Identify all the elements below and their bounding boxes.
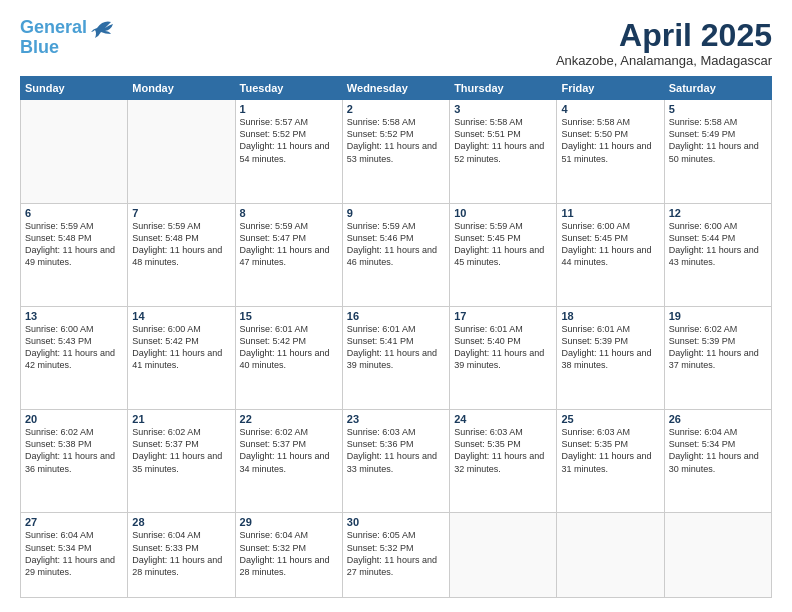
week-row-2: 6Sunrise: 5:59 AM Sunset: 5:48 PM Daylig…: [21, 203, 772, 306]
day-number: 3: [454, 103, 552, 115]
day-number: 12: [669, 207, 767, 219]
day-cell-5: 5Sunrise: 5:58 AM Sunset: 5:49 PM Daylig…: [664, 100, 771, 203]
col-header-friday: Friday: [557, 77, 664, 100]
day-info: Sunrise: 6:04 AM Sunset: 5:33 PM Dayligh…: [132, 529, 230, 578]
day-cell-2: 2Sunrise: 5:58 AM Sunset: 5:52 PM Daylig…: [342, 100, 449, 203]
day-cell-15: 15Sunrise: 6:01 AM Sunset: 5:42 PM Dayli…: [235, 306, 342, 409]
day-info: Sunrise: 6:01 AM Sunset: 5:41 PM Dayligh…: [347, 323, 445, 372]
day-cell-16: 16Sunrise: 6:01 AM Sunset: 5:41 PM Dayli…: [342, 306, 449, 409]
day-cell-11: 11Sunrise: 6:00 AM Sunset: 5:45 PM Dayli…: [557, 203, 664, 306]
day-number: 6: [25, 207, 123, 219]
day-info: Sunrise: 6:03 AM Sunset: 5:35 PM Dayligh…: [454, 426, 552, 475]
day-number: 4: [561, 103, 659, 115]
week-row-3: 13Sunrise: 6:00 AM Sunset: 5:43 PM Dayli…: [21, 306, 772, 409]
empty-cell: [450, 513, 557, 598]
day-info: Sunrise: 5:59 AM Sunset: 5:47 PM Dayligh…: [240, 220, 338, 269]
day-cell-14: 14Sunrise: 6:00 AM Sunset: 5:42 PM Dayli…: [128, 306, 235, 409]
day-cell-18: 18Sunrise: 6:01 AM Sunset: 5:39 PM Dayli…: [557, 306, 664, 409]
day-cell-28: 28Sunrise: 6:04 AM Sunset: 5:33 PM Dayli…: [128, 513, 235, 598]
day-number: 14: [132, 310, 230, 322]
day-number: 26: [669, 413, 767, 425]
day-number: 1: [240, 103, 338, 115]
month-title: April 2025: [556, 18, 772, 53]
day-info: Sunrise: 6:05 AM Sunset: 5:32 PM Dayligh…: [347, 529, 445, 578]
day-info: Sunrise: 5:57 AM Sunset: 5:52 PM Dayligh…: [240, 116, 338, 165]
day-number: 11: [561, 207, 659, 219]
location-subtitle: Ankazobe, Analamanga, Madagascar: [556, 53, 772, 68]
day-number: 8: [240, 207, 338, 219]
day-info: Sunrise: 5:59 AM Sunset: 5:46 PM Dayligh…: [347, 220, 445, 269]
col-header-sunday: Sunday: [21, 77, 128, 100]
day-number: 5: [669, 103, 767, 115]
empty-cell: [128, 100, 235, 203]
week-row-4: 20Sunrise: 6:02 AM Sunset: 5:38 PM Dayli…: [21, 410, 772, 513]
day-cell-3: 3Sunrise: 5:58 AM Sunset: 5:51 PM Daylig…: [450, 100, 557, 203]
day-number: 18: [561, 310, 659, 322]
day-number: 15: [240, 310, 338, 322]
day-cell-21: 21Sunrise: 6:02 AM Sunset: 5:37 PM Dayli…: [128, 410, 235, 513]
title-block: April 2025 Ankazobe, Analamanga, Madagas…: [556, 18, 772, 68]
day-number: 27: [25, 516, 123, 528]
day-number: 21: [132, 413, 230, 425]
calendar-table: SundayMondayTuesdayWednesdayThursdayFrid…: [20, 76, 772, 598]
col-header-wednesday: Wednesday: [342, 77, 449, 100]
header: General Blue April 2025 Ankazobe, Analam…: [20, 18, 772, 68]
day-cell-20: 20Sunrise: 6:02 AM Sunset: 5:38 PM Dayli…: [21, 410, 128, 513]
day-cell-12: 12Sunrise: 6:00 AM Sunset: 5:44 PM Dayli…: [664, 203, 771, 306]
empty-cell: [664, 513, 771, 598]
calendar-header-row: SundayMondayTuesdayWednesdayThursdayFrid…: [21, 77, 772, 100]
day-info: Sunrise: 5:58 AM Sunset: 5:50 PM Dayligh…: [561, 116, 659, 165]
col-header-tuesday: Tuesday: [235, 77, 342, 100]
day-info: Sunrise: 6:03 AM Sunset: 5:36 PM Dayligh…: [347, 426, 445, 475]
logo-text: General Blue: [20, 18, 87, 58]
day-number: 19: [669, 310, 767, 322]
day-number: 17: [454, 310, 552, 322]
logo: General Blue: [20, 18, 115, 58]
day-number: 25: [561, 413, 659, 425]
day-number: 24: [454, 413, 552, 425]
day-cell-8: 8Sunrise: 5:59 AM Sunset: 5:47 PM Daylig…: [235, 203, 342, 306]
day-cell-6: 6Sunrise: 5:59 AM Sunset: 5:48 PM Daylig…: [21, 203, 128, 306]
logo-general: General: [20, 17, 87, 37]
day-number: 10: [454, 207, 552, 219]
day-cell-19: 19Sunrise: 6:02 AM Sunset: 5:39 PM Dayli…: [664, 306, 771, 409]
day-info: Sunrise: 6:00 AM Sunset: 5:42 PM Dayligh…: [132, 323, 230, 372]
day-info: Sunrise: 6:01 AM Sunset: 5:40 PM Dayligh…: [454, 323, 552, 372]
day-info: Sunrise: 6:00 AM Sunset: 5:43 PM Dayligh…: [25, 323, 123, 372]
day-cell-25: 25Sunrise: 6:03 AM Sunset: 5:35 PM Dayli…: [557, 410, 664, 513]
day-info: Sunrise: 6:03 AM Sunset: 5:35 PM Dayligh…: [561, 426, 659, 475]
day-number: 23: [347, 413, 445, 425]
day-info: Sunrise: 6:02 AM Sunset: 5:38 PM Dayligh…: [25, 426, 123, 475]
day-info: Sunrise: 6:04 AM Sunset: 5:34 PM Dayligh…: [25, 529, 123, 578]
logo-bird-icon: [89, 18, 115, 40]
day-number: 30: [347, 516, 445, 528]
day-cell-30: 30Sunrise: 6:05 AM Sunset: 5:32 PM Dayli…: [342, 513, 449, 598]
day-info: Sunrise: 6:00 AM Sunset: 5:45 PM Dayligh…: [561, 220, 659, 269]
week-row-5: 27Sunrise: 6:04 AM Sunset: 5:34 PM Dayli…: [21, 513, 772, 598]
day-cell-27: 27Sunrise: 6:04 AM Sunset: 5:34 PM Dayli…: [21, 513, 128, 598]
day-info: Sunrise: 6:02 AM Sunset: 5:39 PM Dayligh…: [669, 323, 767, 372]
col-header-monday: Monday: [128, 77, 235, 100]
empty-cell: [557, 513, 664, 598]
day-cell-26: 26Sunrise: 6:04 AM Sunset: 5:34 PM Dayli…: [664, 410, 771, 513]
empty-cell: [21, 100, 128, 203]
day-cell-23: 23Sunrise: 6:03 AM Sunset: 5:36 PM Dayli…: [342, 410, 449, 513]
day-info: Sunrise: 5:58 AM Sunset: 5:49 PM Dayligh…: [669, 116, 767, 165]
day-info: Sunrise: 5:59 AM Sunset: 5:48 PM Dayligh…: [25, 220, 123, 269]
day-info: Sunrise: 6:04 AM Sunset: 5:34 PM Dayligh…: [669, 426, 767, 475]
day-info: Sunrise: 6:00 AM Sunset: 5:44 PM Dayligh…: [669, 220, 767, 269]
day-info: Sunrise: 5:59 AM Sunset: 5:48 PM Dayligh…: [132, 220, 230, 269]
day-cell-4: 4Sunrise: 5:58 AM Sunset: 5:50 PM Daylig…: [557, 100, 664, 203]
day-info: Sunrise: 5:59 AM Sunset: 5:45 PM Dayligh…: [454, 220, 552, 269]
col-header-thursday: Thursday: [450, 77, 557, 100]
day-number: 9: [347, 207, 445, 219]
day-info: Sunrise: 6:04 AM Sunset: 5:32 PM Dayligh…: [240, 529, 338, 578]
day-cell-13: 13Sunrise: 6:00 AM Sunset: 5:43 PM Dayli…: [21, 306, 128, 409]
day-number: 7: [132, 207, 230, 219]
day-info: Sunrise: 6:01 AM Sunset: 5:39 PM Dayligh…: [561, 323, 659, 372]
day-info: Sunrise: 6:01 AM Sunset: 5:42 PM Dayligh…: [240, 323, 338, 372]
day-cell-10: 10Sunrise: 5:59 AM Sunset: 5:45 PM Dayli…: [450, 203, 557, 306]
week-row-1: 1Sunrise: 5:57 AM Sunset: 5:52 PM Daylig…: [21, 100, 772, 203]
day-info: Sunrise: 5:58 AM Sunset: 5:52 PM Dayligh…: [347, 116, 445, 165]
day-number: 2: [347, 103, 445, 115]
